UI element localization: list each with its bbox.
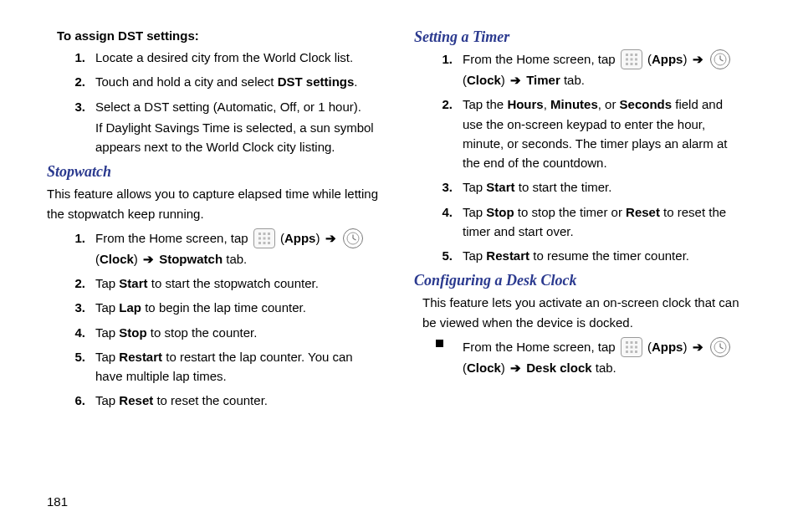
stopwatch-steps-list: 1. From the Home screen, tap (Apps) ➔ (C… [95, 228, 384, 411]
step-text-part: Tap [95, 350, 119, 364]
lap-label: Lap [119, 300, 141, 315]
dst-settings-label: DST settings [278, 74, 355, 89]
svg-rect-27 [626, 345, 628, 348]
page-number: 181 [47, 494, 68, 509]
reset-label: Reset [119, 393, 153, 407]
step-number: 5. [65, 347, 85, 366]
step-number: 4. [65, 323, 85, 342]
right-column: Setting a Timer 1. From the Home screen,… [414, 28, 751, 416]
svg-rect-19 [630, 63, 632, 65]
stopwatch-step-2: 2. Tap Start to start the stopwatch coun… [95, 274, 384, 293]
step-number: 2. [432, 95, 453, 114]
arrow-icon: ➔ [693, 52, 703, 66]
step-number: 3. [432, 177, 453, 197]
dst-steps-list: 1. Locate a desired city from the World … [95, 48, 384, 156]
step-number: 4. [432, 202, 453, 222]
svg-line-11 [353, 238, 356, 240]
stopwatch-tab-label: Stopwatch [159, 252, 223, 266]
dst-step-2: 2. Touch and hold a city and select DST … [95, 72, 384, 91]
hours-label: Hours [507, 97, 543, 111]
arrow-icon: ➔ [325, 231, 336, 245]
timer-step-1: 1. From the Home screen, tap (Apps) ➔ (C… [463, 49, 751, 90]
svg-rect-31 [630, 350, 632, 353]
step-number: 2. [65, 274, 85, 293]
apps-label: Apps [284, 231, 316, 245]
step-text: Locate a desired city from the World Clo… [95, 50, 353, 64]
apps-icon [621, 49, 642, 69]
close-paren: ) [501, 361, 505, 375]
stopwatch-step-4: 4. Tap Stop to stop the counter. [95, 323, 384, 342]
svg-rect-3 [258, 237, 261, 239]
timer-steps-list: 1. From the Home screen, tap (Apps) ➔ (C… [463, 49, 751, 265]
step-text-part: to stop the counter. [147, 325, 258, 340]
step-text-part: Tap [95, 393, 119, 407]
step-text-part: to start the stopwatch counter. [148, 276, 319, 290]
close-paren: ) [501, 73, 505, 87]
timer-tab-label: Timer [526, 73, 560, 87]
apps-label: Apps [652, 52, 683, 66]
step-subtext: If Daylight Savings Time is selected, a … [95, 118, 379, 157]
step-text-part: to reset the counter. [153, 393, 268, 407]
desk-clock-intro: This feature lets you activate an on-scr… [422, 293, 751, 332]
stopwatch-heading: Stopwatch [47, 163, 384, 181]
tab-suffix: tab. [560, 73, 585, 87]
apps-icon [621, 337, 642, 357]
step-text-part: Tap the [463, 97, 507, 111]
step-text-part: Tap [463, 205, 486, 219]
close-paren: ) [683, 52, 687, 66]
reset-label: Reset [626, 205, 660, 219]
step-text-part: From the Home screen, tap [463, 340, 619, 354]
clock-label: Clock [467, 73, 501, 87]
stop-label: Stop [119, 325, 146, 340]
clock-icon [710, 49, 730, 69]
stopwatch-intro: This feature allows you to capture elaps… [47, 184, 384, 223]
tab-suffix: tab. [223, 252, 247, 266]
step-number: 3. [65, 97, 85, 116]
two-column-layout: To assign DST settings: 1. Locate a desi… [47, 28, 751, 416]
minutes-label: Minutes [550, 97, 598, 111]
step-text-part: to start the timer. [515, 180, 612, 194]
close-paren: ) [134, 252, 138, 266]
dst-settings-heading: To assign DST settings: [57, 28, 384, 43]
desk-clock-tab-label: Desk clock [526, 361, 591, 375]
stopwatch-step-1: 1. From the Home screen, tap (Apps) ➔ (C… [95, 228, 384, 269]
step-text-part: From the Home screen, tap [95, 231, 252, 245]
step-text-part: , [544, 97, 550, 111]
step-text-part: to begin the lap time counter. [141, 300, 306, 315]
step-text-part: Tap [463, 248, 486, 263]
seconds-label: Seconds [620, 97, 673, 111]
svg-rect-2 [268, 233, 270, 235]
desk-clock-heading: Configuring a Desk Clock [414, 272, 751, 289]
dst-step-3: 3. Select a DST setting (Automatic, Off,… [95, 97, 384, 157]
dst-step-1: 1. Locate a desired city from the World … [95, 48, 384, 67]
svg-rect-13 [630, 54, 632, 56]
timer-step-2: 2. Tap the Hours, Minutes, or Seconds fi… [463, 95, 751, 172]
step-number: 3. [65, 298, 85, 317]
desk-clock-bullet-list: From the Home screen, tap (Apps) ➔ (Cloc… [463, 337, 751, 377]
arrow-icon: ➔ [143, 252, 154, 266]
left-column: To assign DST settings: 1. Locate a desi… [47, 28, 384, 416]
arrow-icon: ➔ [510, 73, 521, 87]
restart-label: Restart [119, 350, 162, 364]
step-text-part: to resume the timer counter. [529, 248, 689, 263]
close-paren: ) [683, 340, 687, 354]
stopwatch-step-3: 3. Tap Lap to begin the lap time counter… [95, 298, 384, 317]
tab-suffix: tab. [592, 361, 616, 375]
svg-rect-30 [626, 350, 628, 353]
step-text-part: From the Home screen, tap [463, 52, 619, 66]
svg-rect-7 [263, 242, 265, 244]
start-label: Start [486, 180, 514, 194]
svg-rect-16 [630, 59, 632, 61]
arrow-icon: ➔ [693, 340, 703, 354]
step-text-part: to stop the timer or [514, 205, 626, 219]
svg-rect-14 [635, 54, 637, 56]
step-number: 1. [432, 49, 453, 69]
timer-heading: Setting a Timer [414, 28, 751, 46]
apps-icon [253, 228, 275, 248]
step-text-part: . [354, 74, 357, 89]
svg-rect-0 [258, 233, 261, 235]
svg-rect-18 [626, 63, 628, 65]
step-text-part: , or [598, 97, 620, 111]
svg-rect-4 [263, 237, 265, 239]
clock-label: Clock [467, 361, 501, 375]
